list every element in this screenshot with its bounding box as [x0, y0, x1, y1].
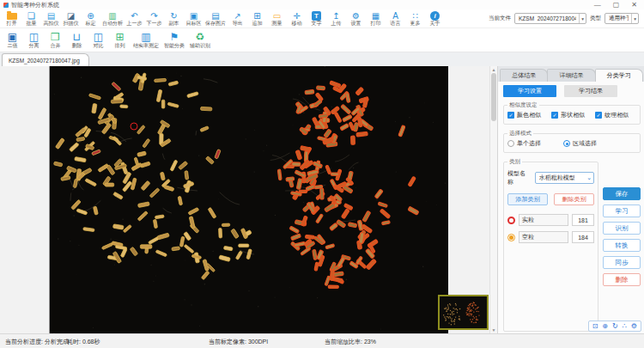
smart-classify-button[interactable]: ⚑智能分类 — [164, 32, 185, 49]
assist-recognize-button[interactable]: ♻辅助识别 — [190, 32, 210, 49]
more-button[interactable]: ∷更多 — [407, 11, 423, 27]
shape-similar-label: 形状相似 — [561, 111, 585, 119]
compare-button[interactable]: ◫对比 — [90, 32, 106, 49]
undo-label: 上一步 — [127, 21, 143, 27]
upload-button[interactable]: ↥上传 — [328, 11, 344, 27]
save-image-button[interactable]: ▤保存图片 — [205, 11, 226, 27]
chevron-down-icon: ⌄ — [585, 173, 593, 183]
class-solid-grain-row: 实粒181 — [507, 214, 594, 226]
about-button[interactable]: i关于 — [427, 11, 443, 27]
shape-similar-checkbox[interactable]: ✓形状相似 — [551, 111, 585, 119]
calibrate-button[interactable]: ⊕标定 — [82, 11, 99, 27]
convert-button[interactable]: 转换 — [603, 239, 641, 252]
class-solid-grain-marker-icon[interactable] — [507, 217, 515, 224]
texture-similar-checkbox[interactable]: ✓纹理相似 — [595, 111, 629, 119]
doc-camera-button[interactable]: ▤高拍仪 — [43, 11, 59, 27]
class-solid-grain-name-field[interactable]: 实粒 — [519, 214, 568, 226]
view-settings-icon[interactable]: ⚙ — [631, 322, 637, 330]
zoom-icon[interactable]: ⊕ — [602, 322, 608, 330]
tab-detailed-results[interactable]: 详细结果 — [547, 69, 595, 82]
similarity-group-title: 相似度设定 — [507, 101, 539, 109]
scroll-down-icon[interactable]: ▼ — [492, 327, 496, 333]
settings-icon: ⚙ — [352, 11, 360, 21]
delete-button[interactable]: ⊔删除 — [69, 32, 85, 49]
scanner-button[interactable]: ◪扫描仪 — [63, 11, 79, 27]
calibrate-label: 标定 — [86, 21, 96, 27]
learning-results-subtab[interactable]: 学习结果 — [564, 85, 617, 97]
scanner-label: 扫描仪 — [64, 21, 79, 27]
yellow-grain-cluster[interactable] — [53, 73, 254, 280]
model-select[interactable]: 水稻秕粒模型 ⌄ — [535, 172, 594, 184]
learning-settings-subtab[interactable]: 学习设置 — [503, 85, 556, 97]
copy-button[interactable]: ↻副本 — [166, 11, 182, 27]
append-button[interactable]: ⊞追加 — [249, 11, 265, 27]
doc-camera-label: 高拍仪 — [44, 21, 59, 27]
compare-icon: ◫ — [94, 32, 103, 43]
rotate-icon[interactable]: ↻ — [612, 322, 618, 330]
canvas-scrollbar[interactable]: ▲ ▼ — [489, 66, 497, 333]
sync-button[interactable]: 同步 — [603, 256, 641, 269]
batch-button[interactable]: ❏批量 — [23, 11, 39, 27]
save-image-icon: ▤ — [211, 11, 219, 21]
checkbox-checked-icon: ✓ — [551, 112, 558, 119]
recognize-button[interactable]: 识别 — [603, 222, 641, 235]
export-button[interactable]: ↗导出 — [229, 11, 246, 27]
chevron-down-icon: ▾ — [579, 14, 586, 23]
text-button[interactable]: T文字 — [308, 11, 325, 27]
window-title: 智能考种分析系统 — [11, 1, 59, 9]
status-zoom-ratio: 当前缩放比率: 23% — [325, 338, 376, 346]
type-select[interactable]: 通用种子 ▾ — [605, 13, 639, 24]
color-similar-checkbox[interactable]: ✓颜色相似 — [507, 111, 541, 119]
separate-button[interactable]: ◫分离 — [26, 32, 42, 49]
current-file-select[interactable]: KZSM_20240727180047 ▾ — [514, 13, 586, 24]
seed-setting-rate-button[interactable]: ▥结实率测定 — [133, 32, 159, 49]
model-name-label: 模型名称 — [507, 169, 529, 186]
print-button[interactable]: ▦打印 — [368, 11, 384, 27]
scanner-icon: ◪ — [67, 11, 75, 21]
overview-thumbnail[interactable] — [438, 295, 489, 330]
copy-icon: ↻ — [170, 11, 177, 21]
region-select-radio[interactable]: 区域选择 — [563, 139, 597, 148]
class-empty-grain-marker-icon[interactable] — [507, 234, 515, 241]
move-button[interactable]: ✛移动 — [289, 11, 305, 27]
auto-analyze-label: 自动分析 — [102, 21, 123, 27]
save-button[interactable]: 保存 — [603, 187, 641, 200]
batch-icon: ❏ — [27, 11, 35, 21]
tab-classification-learning[interactable]: 分类学习 — [595, 69, 643, 82]
text-icon: T — [312, 11, 321, 21]
add-category-button[interactable]: 添加类别 — [507, 193, 548, 205]
measure-button[interactable]: ▭测量 — [269, 11, 285, 27]
fit-screen-icon[interactable]: ⊡ — [592, 322, 598, 330]
scatter-icon[interactable]: ∴ — [623, 322, 627, 330]
compare-label: 对比 — [94, 43, 104, 49]
single-select-radio[interactable]: 单个选择 — [507, 139, 541, 148]
assist-recognize-icon: ♻ — [196, 32, 205, 43]
open-button[interactable]: 打开 — [3, 11, 20, 27]
image-canvas[interactable] — [0, 66, 489, 333]
orange-grain-cluster[interactable] — [270, 81, 419, 288]
learn-button[interactable]: 学习 — [603, 205, 641, 217]
maximize-button[interactable]: ▢ — [613, 1, 620, 9]
auto-analyze-button[interactable]: ▥自动分析 — [102, 11, 123, 27]
scrollbar-thumb[interactable] — [491, 73, 496, 121]
close-button[interactable]: ✕ — [631, 1, 637, 9]
merge-button[interactable]: ❒合并 — [47, 32, 64, 49]
seed-image-svg[interactable] — [50, 66, 448, 333]
arrange-button[interactable]: ⊞排列 — [112, 32, 128, 49]
delete-category-button[interactable]: 删除类别 — [554, 193, 594, 205]
document-tab[interactable]: KZSM_20240727180047.jpg — [2, 53, 89, 66]
class-empty-grain-name-field[interactable]: 空粒 — [519, 231, 568, 243]
language-button[interactable]: A语言 — [387, 11, 404, 27]
minimize-button[interactable]: — — [594, 1, 601, 9]
redo-button[interactable]: ↷下一步 — [146, 11, 162, 27]
tab-overall-results[interactable]: 总体结果 — [500, 69, 548, 82]
settings-button[interactable]: ⚙设置 — [348, 11, 364, 27]
seed-image[interactable] — [49, 66, 448, 333]
seed-setting-rate-icon: ▥ — [141, 32, 150, 43]
target-area-button[interactable]: ▣目标区 — [185, 11, 202, 27]
undo-button[interactable]: ↶上一步 — [126, 11, 143, 27]
delete-model-button[interactable]: 删除 — [603, 273, 641, 286]
open-label: 打开 — [7, 21, 17, 27]
scroll-up-icon[interactable]: ▲ — [492, 66, 496, 73]
binarize-button[interactable]: ▣二值 — [4, 32, 21, 49]
